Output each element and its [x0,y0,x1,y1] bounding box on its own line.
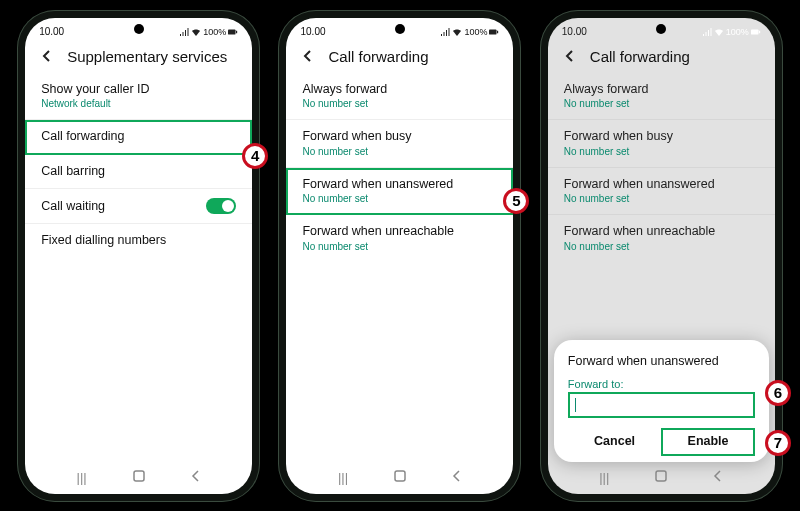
home-button[interactable] [386,469,414,486]
row-forward-unanswered: Forward when unanswered No number set [548,168,775,216]
row-forward-busy: Forward when busy No number set [548,120,775,168]
row-label: Call waiting [41,199,105,215]
wifi-icon [191,27,201,37]
step-badge-5: 5 [503,188,529,214]
row-sub: No number set [564,241,715,253]
row-sub: Network default [41,98,149,110]
row-call-barring[interactable]: Call barring [25,155,252,190]
dialog-title: Forward when unanswered [568,354,755,368]
camera-hole [395,24,405,34]
status-right: 100% [440,27,499,37]
svg-rect-7 [759,30,760,33]
row-label: Forward when unreachable [564,224,715,240]
nav-bar: ||| [548,469,775,486]
enable-button[interactable]: Enable [680,428,737,454]
recents-button[interactable]: ||| [590,470,618,485]
settings-list: Always forward No number set Forward whe… [548,73,775,263]
battery-text: 100% [464,27,487,37]
svg-rect-2 [134,471,144,481]
phone-screen-1: 10.00 100% Supplementary services Show y… [25,18,252,494]
svg-rect-6 [751,29,759,34]
row-always-forward[interactable]: Always forward No number set [286,73,513,121]
row-label: Always forward [564,82,649,98]
row-sub: No number set [302,98,387,110]
dialog-buttons: Cancel Enable [568,428,755,454]
status-right: 100% [179,27,238,37]
step-badge-6: 6 [765,380,791,406]
wifi-icon [714,27,724,37]
wifi-icon [452,27,462,37]
forward-to-input[interactable] [568,392,755,418]
phone-frame-1: 10.00 100% Supplementary services Show y… [17,10,260,502]
row-label: Forward when busy [564,129,673,145]
battery-icon [228,27,238,37]
row-forward-busy[interactable]: Forward when busy No number set [286,120,513,168]
row-sub: No number set [564,98,649,110]
forward-dialog: Forward when unanswered Forward to: Canc… [554,340,769,462]
back-button[interactable] [443,469,471,486]
row-caller-id[interactable]: Show your caller ID Network default [25,73,252,121]
row-call-waiting[interactable]: Call waiting [25,189,252,224]
row-call-forwarding[interactable]: Call forwarding [25,120,252,155]
back-icon[interactable] [562,48,578,64]
signal-icon [440,27,450,37]
svg-rect-8 [656,471,666,481]
phone-screen-2: 10.00 100% Call forwarding Always forwar… [286,18,513,494]
status-right: 100% [702,27,761,37]
signal-icon [702,27,712,37]
back-button[interactable] [704,469,732,486]
page-title: Call forwarding [590,48,690,65]
dialog-label: Forward to: [568,378,755,390]
row-sub: No number set [302,146,411,158]
step-badge-7: 7 [765,430,791,456]
svg-rect-4 [497,30,498,33]
back-icon[interactable] [39,48,55,64]
row-sub: No number set [564,146,673,158]
battery-text: 100% [726,27,749,37]
battery-icon [751,27,761,37]
battery-icon [489,27,499,37]
recents-button[interactable]: ||| [68,470,96,485]
row-label: Show your caller ID [41,82,149,98]
svg-rect-5 [395,471,405,481]
svg-rect-0 [228,29,236,34]
toggle-call-waiting[interactable] [206,198,236,214]
nav-bar: ||| [286,469,513,486]
phone-frame-2: 10.00 100% Call forwarding Always forwar… [278,10,521,502]
row-forward-unanswered[interactable]: Forward when unanswered No number set [286,168,513,216]
nav-bar: ||| [25,469,252,486]
row-label: Forward when unanswered [302,177,453,193]
step-badge-4: 4 [242,143,268,169]
recents-button[interactable]: ||| [329,470,357,485]
row-fixed-dialling[interactable]: Fixed dialling numbers [25,224,252,258]
cancel-button[interactable]: Cancel [586,428,643,454]
row-label: Fixed dialling numbers [41,233,166,249]
camera-hole [134,24,144,34]
row-label: Forward when busy [302,129,411,145]
phone-frame-3: 10.00 100% Call forwarding Always forwar… [540,10,783,502]
row-label: Call forwarding [41,129,124,145]
status-time: 10.00 [300,26,325,37]
row-forward-unreachable[interactable]: Forward when unreachable No number set [286,215,513,262]
row-sub: No number set [302,193,453,205]
back-icon[interactable] [300,48,316,64]
svg-rect-3 [489,29,497,34]
status-time: 10.00 [562,26,587,37]
signal-icon [179,27,189,37]
header: Supplementary services [25,42,252,73]
home-button[interactable] [125,469,153,486]
row-always-forward: Always forward No number set [548,73,775,121]
row-label: Forward when unanswered [564,177,715,193]
header: Call forwarding [548,42,775,73]
phone-screen-3: 10.00 100% Call forwarding Always forwar… [548,18,775,494]
row-label: Call barring [41,164,105,180]
row-label: Forward when unreachable [302,224,453,240]
home-button[interactable] [647,469,675,486]
settings-list: Show your caller ID Network default Call… [25,73,252,259]
header: Call forwarding [286,42,513,73]
settings-list: Always forward No number set Forward whe… [286,73,513,263]
back-button[interactable] [182,469,210,486]
svg-rect-1 [236,30,237,33]
row-forward-unreachable: Forward when unreachable No number set [548,215,775,262]
page-title: Supplementary services [67,48,227,65]
